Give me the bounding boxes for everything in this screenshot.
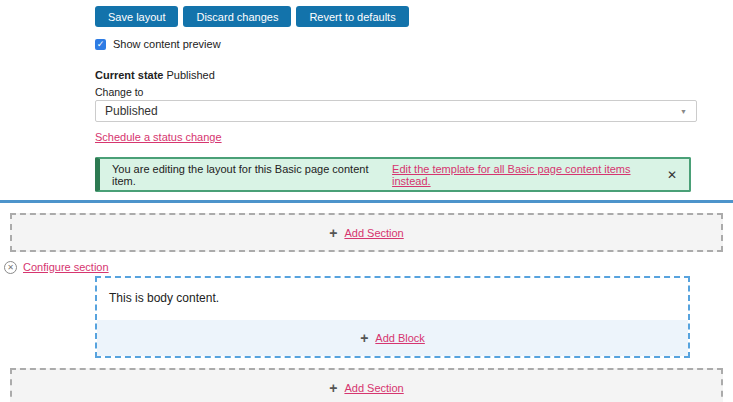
action-toolbar: Save layout Discard changes Revert to de…	[95, 0, 733, 27]
change-to-select[interactable]: Published ▼	[95, 100, 697, 122]
status-banner: You are editing the layout for this Basi…	[95, 157, 691, 192]
current-state-row: Current state Published	[95, 69, 733, 82]
chevron-down-icon: ▼	[680, 108, 687, 115]
top-form: Save layout Discard changes Revert to de…	[95, 0, 733, 192]
save-layout-button[interactable]: Save layout	[95, 6, 178, 27]
current-state-label: Current state	[95, 69, 163, 81]
add-block-link[interactable]: Add Block	[375, 332, 425, 344]
revert-defaults-button[interactable]: Revert to defaults	[296, 6, 408, 27]
body-content-block[interactable]: This is body content.	[97, 278, 688, 320]
banner-close-button[interactable]: ✕	[665, 168, 679, 182]
add-section-link-top[interactable]: Add Section	[344, 227, 403, 239]
change-to-label: Change to	[95, 86, 733, 98]
configure-section-link[interactable]: Configure section	[23, 261, 109, 273]
banner-message: You are editing the layout for this Basi…	[112, 163, 388, 187]
layout-section: This is body content. + Add Block	[95, 276, 690, 358]
content-divider	[0, 200, 733, 203]
show-preview-label: Show content preview	[113, 38, 221, 50]
add-section-region-bottom: + Add Section	[10, 368, 723, 402]
schedule-status-link[interactable]: Schedule a status change	[95, 131, 222, 143]
plus-icon: +	[329, 380, 337, 396]
show-preview-checkbox[interactable]: ✓	[95, 39, 106, 50]
select-value: Published	[105, 104, 158, 118]
checkmark-icon: ✓	[97, 39, 105, 49]
section-controls: ✕ Configure section	[4, 260, 733, 274]
current-state-value: Published	[167, 69, 215, 81]
plus-icon: +	[360, 330, 368, 346]
show-preview-row: ✓ Show content preview	[95, 38, 733, 50]
body-content-text: This is body content.	[109, 291, 219, 305]
edit-template-link[interactable]: Edit the template for all Basic page con…	[392, 163, 665, 187]
close-circle-icon: ✕	[7, 263, 14, 272]
remove-section-button[interactable]: ✕	[4, 261, 17, 274]
close-icon: ✕	[667, 168, 677, 182]
layout-builder: + Add Section ✕ Configure section This i…	[0, 213, 733, 402]
discard-changes-button[interactable]: Discard changes	[183, 6, 291, 27]
plus-icon: +	[329, 225, 337, 241]
add-block-region: + Add Block	[97, 320, 688, 356]
add-section-link-bottom[interactable]: Add Section	[344, 382, 403, 394]
add-section-region-top: + Add Section	[10, 213, 723, 252]
